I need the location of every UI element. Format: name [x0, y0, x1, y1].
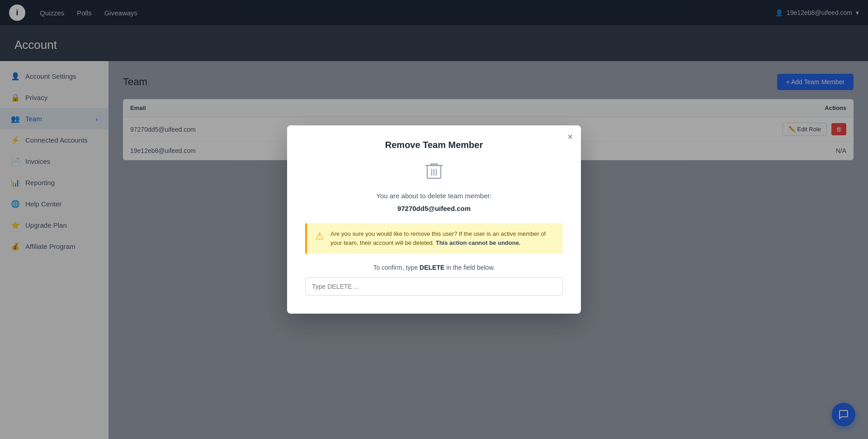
modal-warning-box: ⚠ Are you sure you would like to remove …: [305, 223, 563, 254]
modal-description: You are about to delete team member:: [305, 191, 563, 201]
modal-member-email: 97270dd5@uifeed.com: [305, 205, 563, 212]
delete-keyword: DELETE: [420, 264, 444, 271]
trash-icon: [425, 161, 443, 182]
modal-confirm-instruction: To confirm, type DELETE in the field bel…: [305, 264, 563, 271]
remove-team-member-modal: × Remove Team Member You are about to de…: [287, 125, 581, 314]
warning-text: Are you sure you would like to remove th…: [330, 229, 555, 248]
trash-icon-container: [305, 161, 563, 182]
modal-overlay: × Remove Team Member You are about to de…: [0, 0, 868, 439]
warning-icon: ⚠: [315, 230, 324, 242]
warning-bold: This action cannot be undone.: [436, 239, 521, 246]
delete-confirm-input[interactable]: [305, 277, 563, 296]
modal-close-button[interactable]: ×: [567, 132, 573, 142]
modal-title: Remove Team Member: [305, 140, 563, 150]
